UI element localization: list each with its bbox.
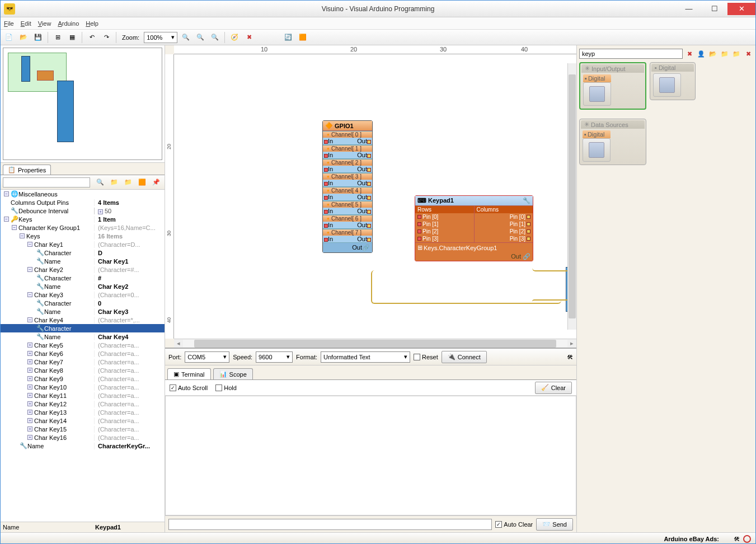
new-icon: 📄 [5, 34, 13, 41]
props-pin[interactable]: 📌 [150, 176, 162, 189]
design-canvas[interactable]: 🔶GPIO1 🔸Channel[ 0 ]InOut🔸Channel[ 1 ]In… [174, 54, 576, 339]
palette-item-digital3[interactable]: ▪Digital [581, 129, 612, 163]
connect-button[interactable]: 🔌Connect [442, 351, 487, 363]
palette-search[interactable] [579, 49, 683, 59]
menu-view[interactable]: View [38, 20, 51, 27]
send-button[interactable]: 📨Send [536, 518, 573, 531]
grid-icon: ▦ [69, 34, 75, 41]
square-icon: ▪ [584, 131, 586, 138]
wrench-icon[interactable]: 🔧 [523, 197, 530, 204]
send-icon: 📨 [542, 520, 550, 528]
terminal-pane: Port: COM5▾ Speed: 9600▾ Format: Unforma… [165, 348, 576, 532]
upload-button[interactable]: 🔄 [282, 31, 294, 44]
properties-footer: Name Keypad1 [1, 522, 165, 532]
palette-item-digital2[interactable] [651, 72, 683, 99]
format-combo[interactable]: Unformatted Text▾ [321, 351, 410, 363]
star-icon: ✳ [585, 65, 590, 72]
upload-icon: 🔄 [284, 34, 292, 41]
chevron-down-icon: ▾ [171, 34, 175, 41]
save-icon: 💾 [34, 34, 42, 41]
palette-group-datasources: ✳Data Sources ▪Digital [579, 119, 646, 165]
redo-button[interactable]: ↷ [100, 31, 112, 44]
palette-item-digital[interactable]: ▪Digital [581, 73, 613, 107]
menu-help[interactable]: Help [86, 20, 98, 27]
selected-property: 🔧Character [1, 324, 165, 332]
port-label: Port: [168, 354, 181, 360]
clear-icon: 🧹 [541, 384, 549, 391]
folder-out-icon[interactable]: 📂 [708, 49, 718, 59]
navigate-button[interactable]: 🧭 [228, 31, 241, 44]
autoclear-checkbox[interactable]: ✓Auto Clear [495, 521, 533, 528]
props-search-btn[interactable]: 🔍 [94, 176, 106, 189]
ads-label: Arduino eBay Ads: [664, 536, 719, 542]
props-folder3[interactable]: 🟧 [136, 176, 148, 189]
square-icon: ▪ [585, 75, 587, 82]
palette-group-digital: ▪Digital [650, 62, 696, 100]
component-palette: ✖ 👤 📂 📁 📁 ✖ ✳Input/Output ▪Digital ▪Digi… [576, 45, 755, 532]
nav-icon: 🧭 [231, 34, 238, 41]
menu-edit[interactable]: Edit [21, 20, 31, 27]
keypad-icon: ⌨ [417, 197, 426, 204]
titlebar: 😎 Visuino - Visual Arduino Programming —… [1, 1, 755, 17]
terminal-input[interactable] [168, 519, 492, 530]
align-button[interactable]: ⊞ [51, 31, 64, 44]
statusbar: Arduino eBay Ads: 🛠 [1, 532, 755, 544]
magnifier-icon: 🔍 [182, 34, 190, 41]
properties-icon: 📋 [8, 166, 16, 173]
open-button[interactable]: 📂 [17, 31, 30, 44]
terminal-tab[interactable]: ▣Terminal [167, 368, 211, 379]
delete-icon: ✖ [247, 34, 252, 41]
filter-icon[interactable]: 👤 [696, 49, 706, 59]
delete-palette-icon[interactable]: ✖ [743, 49, 753, 59]
open-icon: 📂 [20, 34, 27, 41]
keypad-component[interactable]: ⌨ Keypad1🔧 Rows Pin [0]Pin [1]Pin [2]Pin… [415, 195, 533, 261]
scope-tab[interactable]: 📊Scope [213, 368, 253, 379]
canvas-vscroll[interactable] [567, 63, 576, 330]
tools-icon[interactable]: 🛠 [567, 354, 573, 360]
clear-button[interactable]: 🧹Clear [535, 382, 572, 394]
properties-tab[interactable]: 📋 Properties [3, 165, 51, 175]
ruler-horizontal: 10 20 30 40 [174, 45, 576, 54]
hold-checkbox[interactable]: Hold [215, 384, 237, 391]
new-button[interactable]: 📄 [3, 31, 15, 44]
power-icon[interactable] [743, 535, 751, 543]
props-folder2[interactable]: 📁 [122, 176, 134, 189]
settings-icon[interactable]: 🛠 [734, 536, 740, 542]
grid-button[interactable]: ▦ [66, 31, 78, 44]
maximize-button[interactable]: ☐ [702, 3, 727, 15]
zoom-in-button[interactable]: 🔍 [194, 31, 206, 44]
folder-in-icon[interactable]: 📁 [720, 49, 730, 59]
clear-search-icon[interactable]: ✖ [684, 49, 694, 59]
scope-icon: 📊 [219, 371, 227, 378]
canvas-hscroll[interactable]: ◂▸ [174, 339, 576, 348]
delete-button[interactable]: ✖ [243, 31, 255, 44]
redo-icon: ↷ [104, 34, 109, 41]
folder-tree-icon[interactable]: 📁 [731, 49, 741, 59]
zoom-fit-button[interactable]: 🔍 [180, 31, 192, 44]
undo-icon: ↶ [90, 34, 95, 41]
save-button[interactable]: 💾 [32, 31, 44, 44]
close-button[interactable]: ✕ [727, 3, 755, 15]
zoom-combo[interactable]: 100%▾ [144, 32, 177, 43]
menu-file[interactable]: File [4, 20, 14, 27]
properties-tree[interactable]: −🌐 Miscellaneous Columns Output Pins4 It… [1, 190, 165, 522]
menubar: File Edit View Arduino Help [1, 17, 755, 30]
port-combo[interactable]: COM5▾ [185, 351, 229, 363]
gpio-component[interactable]: 🔶GPIO1 🔸Channel[ 0 ]InOut🔸Channel[ 1 ]In… [322, 120, 373, 253]
properties-search[interactable] [3, 177, 90, 187]
minimize-button[interactable]: — [676, 3, 702, 15]
speed-combo[interactable]: 9600▾ [256, 351, 293, 363]
folder-icon: 📁 [124, 179, 132, 186]
terminal-output[interactable] [165, 396, 576, 515]
zoom-in-icon: 🔍 [196, 34, 204, 41]
props-folder1[interactable]: 📁 [108, 176, 120, 189]
arduino-button[interactable]: 🟧 [297, 31, 309, 44]
autoscroll-checkbox[interactable]: ✓Auto Scroll [170, 384, 208, 391]
overview-panel[interactable] [1, 45, 165, 163]
reset-checkbox[interactable]: Reset [414, 354, 438, 360]
properties-toolbar: 🔍 📁 📁 🟧 📌 [1, 175, 165, 190]
undo-button[interactable]: ↶ [86, 31, 98, 44]
pin-icon: 📌 [152, 179, 160, 186]
zoom-out-button[interactable]: 🔍 [209, 31, 221, 44]
menu-arduino[interactable]: Arduino [58, 20, 79, 27]
